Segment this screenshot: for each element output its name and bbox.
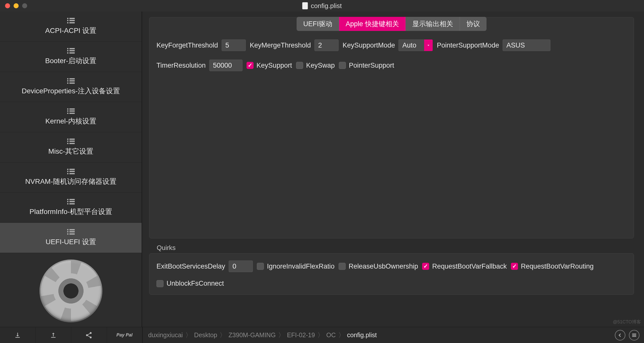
breadcrumb-item[interactable]: duxingxiucai [148, 331, 183, 339]
input-exit-boot-services-delay[interactable] [229, 261, 253, 272]
bottom-toolbar: Pay Pal [0, 327, 142, 343]
list-icon [67, 18, 75, 23]
list-icon [67, 108, 75, 114]
bottom-right-tools [615, 327, 644, 343]
sidebar-item-label: UEFI-UEFI 设置 [46, 237, 96, 247]
sidebar-item-label: Misc-其它设置 [48, 147, 93, 156]
breadcrumb-item[interactable]: Z390M-GAMING [228, 331, 276, 339]
sidebar-item-label: NVRAM-随机访问存储器设置 [25, 177, 116, 186]
checkbox-unblock-fs-connect[interactable]: UnblockFsConnect [156, 280, 627, 287]
checkbox-label: UnblockFsConnect [167, 280, 224, 287]
sidebar: ACPI-ACPI 设置Booter-启动设置DeviceProperties-… [0, 12, 142, 327]
breadcrumb-item[interactable]: EFI-02-19 [287, 331, 315, 339]
bottombar: Pay Pal duxingxiucai〉Desktop〉Z390M-GAMIN… [0, 327, 644, 343]
checkbox-label: RequestBootVarRouting [521, 263, 594, 270]
checkbox-release-usb-ownership[interactable]: ReleaseUsbOwnership [339, 263, 418, 270]
window-title: config.plist [302, 2, 342, 10]
sidebar-item-label: Booter-启动设置 [45, 56, 97, 66]
breadcrumb: duxingxiucai〉Desktop〉Z390M-GAMING〉EFI-02… [142, 327, 615, 343]
label-key-merge-threshold: KeyMergeThreshold [250, 41, 311, 49]
field-exit-boot-services-delay: ExitBootServicesDelay [156, 261, 253, 272]
close-window-button[interactable] [5, 3, 10, 8]
paypal-button[interactable]: Pay Pal [107, 327, 142, 343]
checkbox-request-boot-var-fallback[interactable]: RequestBootVarFallback [422, 263, 507, 270]
share-icon [85, 331, 93, 339]
list-icon [67, 229, 75, 235]
sidebar-item-label: Kernel-内核设置 [45, 116, 96, 126]
tab-2[interactable]: 显示输出相关 [406, 17, 460, 31]
sidebar-item-0[interactable]: ACPI-ACPI 设置 [0, 12, 142, 42]
input-key-merge-threshold[interactable] [314, 39, 339, 51]
sidebar-item-label: ACPI-ACPI 设置 [45, 26, 97, 35]
checkbox-box [156, 280, 164, 287]
breadcrumb-item[interactable]: config.plist [347, 331, 377, 339]
select-key-support-mode[interactable]: Auto [398, 39, 424, 51]
list-icon [67, 78, 75, 84]
chevron-down-icon [426, 43, 431, 48]
field-key-forget-threshold: KeyForgetThreshold [156, 39, 246, 51]
list-icon [67, 199, 75, 204]
list-icon [67, 139, 75, 144]
tab-1[interactable]: Apple 快捷键相关 [339, 17, 406, 31]
import-button[interactable] [0, 327, 36, 343]
field-timer-resolution: TimerResolution [156, 60, 243, 71]
titlebar: config.plist [0, 0, 644, 12]
sidebar-item-7[interactable]: UEFI-UEFI 设置 [0, 223, 142, 253]
sidebar-item-2[interactable]: DeviceProperties-注入设备设置 [0, 72, 142, 102]
window-title-text: config.plist [311, 2, 342, 10]
checkbox-label: KeySupport [257, 62, 292, 69]
checkbox-label: PointerSupport [349, 62, 394, 69]
input-timer-resolution[interactable] [209, 60, 243, 71]
quirks-title: Quirks [157, 244, 634, 252]
chevron-right-icon: 〉 [338, 331, 345, 339]
sidebar-item-5[interactable]: NVRAM-随机访问存储器设置 [0, 162, 142, 193]
minimize-window-button[interactable] [14, 3, 19, 8]
sidebar-item-3[interactable]: Kernel-内核设置 [0, 102, 142, 132]
sidebar-item-6[interactable]: PlatformInfo-机型平台设置 [0, 193, 142, 223]
sidebar-item-label: DeviceProperties-注入设备设置 [22, 86, 120, 96]
checkbox-label: KeySwap [306, 62, 335, 69]
checkbox-box [257, 263, 264, 270]
checkbox-box [422, 263, 429, 270]
watermark: @51CTO博客 [613, 319, 641, 325]
checkbox-request-boot-var-routing[interactable]: RequestBootVarRouting [511, 263, 594, 270]
checkbox-key-swap[interactable]: KeySwap [296, 62, 335, 69]
menu-button[interactable] [629, 330, 639, 340]
quirks-panel: ExitBootServicesDelay IgnoreInvalidFlexR… [149, 253, 634, 295]
checkbox-box [247, 62, 254, 69]
sidebar-item-1[interactable]: Booter-启动设置 [0, 42, 142, 72]
share-button[interactable] [71, 327, 107, 343]
sidebar-item-4[interactable]: Misc-其它设置 [0, 132, 142, 162]
label-key-forget-threshold: KeyForgetThreshold [156, 41, 218, 49]
field-pointer-support-mode: PointerSupportMode [437, 39, 550, 51]
label-exit-boot-services-delay: ExitBootServicesDelay [156, 263, 225, 270]
menu-icon [631, 332, 637, 338]
checkbox-pointer-support[interactable]: PointerSupport [339, 62, 394, 69]
back-arrow-icon [617, 332, 623, 338]
field-key-support-mode: KeySupportMode Auto [343, 39, 433, 51]
export-button[interactable] [36, 327, 71, 343]
checkbox-ignore-invalid-flex-ratio[interactable]: IgnoreInvalidFlexRatio [257, 263, 335, 270]
label-pointer-support-mode: PointerSupportMode [437, 41, 499, 49]
zoom-window-button[interactable] [22, 3, 27, 8]
checkbox-box [296, 62, 303, 69]
import-icon [14, 331, 21, 339]
jog-wheel[interactable] [39, 260, 102, 322]
breadcrumb-item[interactable]: OC [326, 331, 336, 339]
select-key-support-mode-button[interactable] [424, 39, 433, 51]
back-button[interactable] [615, 330, 625, 340]
checkbox-key-support[interactable]: KeySupport [247, 62, 292, 69]
chevron-right-icon: 〉 [317, 331, 324, 339]
window-controls [5, 3, 27, 8]
label-key-support-mode: KeySupportMode [343, 41, 395, 49]
checkbox-box [339, 263, 346, 270]
chevron-right-icon: 〉 [220, 331, 226, 339]
export-icon [50, 331, 57, 339]
input-pointer-support-mode[interactable] [503, 39, 550, 51]
sidebar-item-label: PlatformInfo-机型平台设置 [29, 207, 112, 217]
tab-0[interactable]: UEFI驱动 [297, 17, 339, 31]
breadcrumb-item[interactable]: Desktop [194, 331, 217, 339]
content-area: UEFI驱动Apple 快捷键相关显示输出相关协议 KeyForgetThres… [142, 12, 644, 327]
input-key-forget-threshold[interactable] [222, 39, 246, 51]
tab-3[interactable]: 协议 [460, 17, 487, 31]
